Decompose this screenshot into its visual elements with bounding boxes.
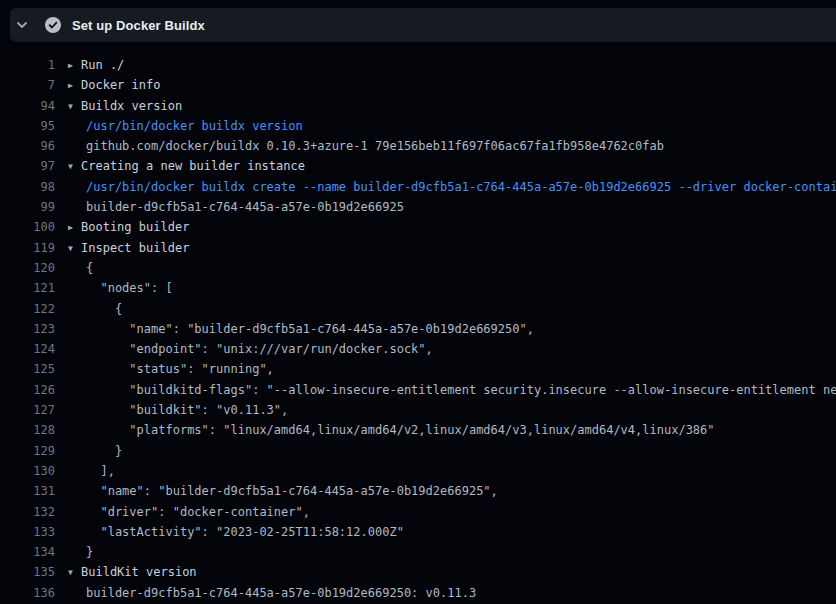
output-text: builder-d9cfb5a1-c764-445a-a57e-0b19d2e6… (86, 586, 476, 600)
check-circle-icon (45, 17, 61, 33)
line-number[interactable]: 130 (0, 461, 55, 481)
log-viewer: 1 ▶Run ./ 7 ▶Docker info 94 ▼Buildx vers… (0, 55, 836, 603)
log-line: 133 "lastActivity": "2023-02-25T11:58:12… (0, 522, 836, 542)
chevron-collapsed-icon: ▶ (68, 56, 81, 75)
log-line: 126 "buildkitd-flags": "--allow-insecure… (0, 380, 836, 400)
command-text: /usr/bin/docker buildx version (86, 119, 303, 133)
line-content: ▶Docker info (68, 75, 160, 95)
log-line: 129 } (0, 441, 836, 461)
line-number[interactable]: 133 (0, 522, 55, 542)
chevron-expanded-icon: ▼ (68, 563, 81, 582)
log-line: 136 builder-d9cfb5a1-c764-445a-a57e-0b19… (0, 583, 836, 603)
output-text: "buildkitd-flags": "--allow-insecure-ent… (86, 383, 836, 397)
line-number[interactable]: 98 (0, 177, 55, 197)
line-number[interactable]: 123 (0, 319, 55, 339)
output-text: "status": "running", (86, 362, 274, 376)
line-content: ▼Creating a new builder instance (68, 156, 305, 176)
line-number[interactable]: 131 (0, 481, 55, 501)
line-number[interactable]: 132 (0, 502, 55, 522)
log-line: 122 { (0, 299, 836, 319)
group-title: Inspect builder (81, 241, 189, 255)
log-line: 132 "driver": "docker-container", (0, 502, 836, 522)
line-number[interactable]: 126 (0, 380, 55, 400)
group-title: BuildKit version (81, 565, 197, 579)
output-text: { (86, 302, 122, 316)
line-number[interactable]: 121 (0, 278, 55, 298)
line-content: "driver": "docker-container", (86, 502, 310, 522)
output-text: "platforms": "linux/amd64,linux/amd64/v2… (86, 423, 715, 437)
line-number[interactable]: 99 (0, 197, 55, 217)
group-title: Run ./ (81, 58, 124, 72)
output-text: "name": "builder-d9cfb5a1-c764-445a-a57e… (86, 484, 498, 498)
log-line: 99 builder-d9cfb5a1-c764-445a-a57e-0b19d… (0, 197, 836, 217)
line-number[interactable]: 136 (0, 583, 55, 603)
line-content: builder-d9cfb5a1-c764-445a-a57e-0b19d2e6… (86, 197, 404, 217)
log-line[interactable]: 135 ▼BuildKit version (0, 562, 836, 582)
line-number[interactable]: 125 (0, 359, 55, 379)
log-line: 127 "buildkit": "v0.11.3", (0, 400, 836, 420)
log-line: 121 "nodes": [ (0, 278, 836, 298)
line-content: builder-d9cfb5a1-c764-445a-a57e-0b19d2e6… (86, 583, 476, 603)
line-number[interactable]: 120 (0, 258, 55, 278)
line-content: ▼Inspect builder (68, 238, 189, 258)
line-number[interactable]: 96 (0, 136, 55, 156)
step-header[interactable]: Set up Docker Buildx (10, 8, 836, 42)
log-line: 98 /usr/bin/docker buildx create --name … (0, 177, 836, 197)
line-number[interactable]: 129 (0, 441, 55, 461)
chevron-collapsed-icon: ▶ (68, 76, 81, 95)
line-number[interactable]: 134 (0, 542, 55, 562)
line-content: "name": "builder-d9cfb5a1-c764-445a-a57e… (86, 319, 534, 339)
line-number[interactable]: 124 (0, 339, 55, 359)
log-line[interactable]: 100 ▶Booting builder (0, 217, 836, 237)
log-line: 96 github.com/docker/buildx 0.10.3+azure… (0, 136, 836, 156)
line-number[interactable]: 127 (0, 400, 55, 420)
line-number[interactable]: 97 (0, 156, 55, 176)
log-line: 128 "platforms": "linux/amd64,linux/amd6… (0, 420, 836, 440)
line-number[interactable]: 119 (0, 238, 55, 258)
output-text: "buildkit": "v0.11.3", (86, 403, 288, 417)
log-line[interactable]: 119 ▼Inspect builder (0, 238, 836, 258)
line-number[interactable]: 1 (0, 55, 55, 75)
log-line[interactable]: 1 ▶Run ./ (0, 55, 836, 75)
line-number[interactable]: 100 (0, 217, 55, 237)
line-number[interactable]: 128 (0, 420, 55, 440)
output-text: "driver": "docker-container", (86, 505, 310, 519)
chevron-expanded-icon: ▼ (68, 157, 81, 176)
line-number[interactable]: 135 (0, 562, 55, 582)
output-text: } (86, 444, 122, 458)
group-title: Docker info (81, 78, 160, 92)
chevron-collapsed-icon: ▶ (68, 218, 81, 237)
line-content: ▶Run ./ (68, 55, 124, 75)
group-title: Buildx version (81, 99, 182, 113)
line-content: { (86, 258, 93, 278)
line-number[interactable]: 95 (0, 116, 55, 136)
output-text: builder-d9cfb5a1-c764-445a-a57e-0b19d2e6… (86, 200, 404, 214)
log-line[interactable]: 7 ▶Docker info (0, 75, 836, 95)
line-content: "buildkit": "v0.11.3", (86, 400, 288, 420)
line-content: "endpoint": "unix:///var/run/docker.sock… (86, 339, 433, 359)
line-number[interactable]: 7 (0, 75, 55, 95)
log-line: 120 { (0, 258, 836, 278)
line-number[interactable]: 94 (0, 96, 55, 116)
line-content: ▼Buildx version (68, 96, 182, 116)
log-line[interactable]: 97 ▼Creating a new builder instance (0, 156, 836, 176)
log-line[interactable]: 94 ▼Buildx version (0, 96, 836, 116)
step-title: Set up Docker Buildx (72, 18, 205, 33)
line-content: "status": "running", (86, 359, 274, 379)
output-text: "lastActivity": "2023-02-25T11:58:12.000… (86, 525, 404, 539)
command-text: /usr/bin/docker buildx create --name bui… (86, 180, 836, 194)
log-line: 95 /usr/bin/docker buildx version (0, 116, 836, 136)
line-content: ▼BuildKit version (68, 562, 197, 582)
chevron-down-icon[interactable] (14, 17, 30, 33)
log-line: 134 } (0, 542, 836, 562)
line-content: } (86, 542, 93, 562)
log-line: 124 "endpoint": "unix:///var/run/docker.… (0, 339, 836, 359)
output-text: "nodes": [ (86, 281, 173, 295)
log-line: 131 "name": "builder-d9cfb5a1-c764-445a-… (0, 481, 836, 501)
output-text: { (86, 261, 93, 275)
line-content: "platforms": "linux/amd64,linux/amd64/v2… (86, 420, 715, 440)
line-content: "name": "builder-d9cfb5a1-c764-445a-a57e… (86, 481, 498, 501)
line-number[interactable]: 122 (0, 299, 55, 319)
line-content: ], (86, 461, 115, 481)
chevron-expanded-icon: ▼ (68, 239, 81, 258)
